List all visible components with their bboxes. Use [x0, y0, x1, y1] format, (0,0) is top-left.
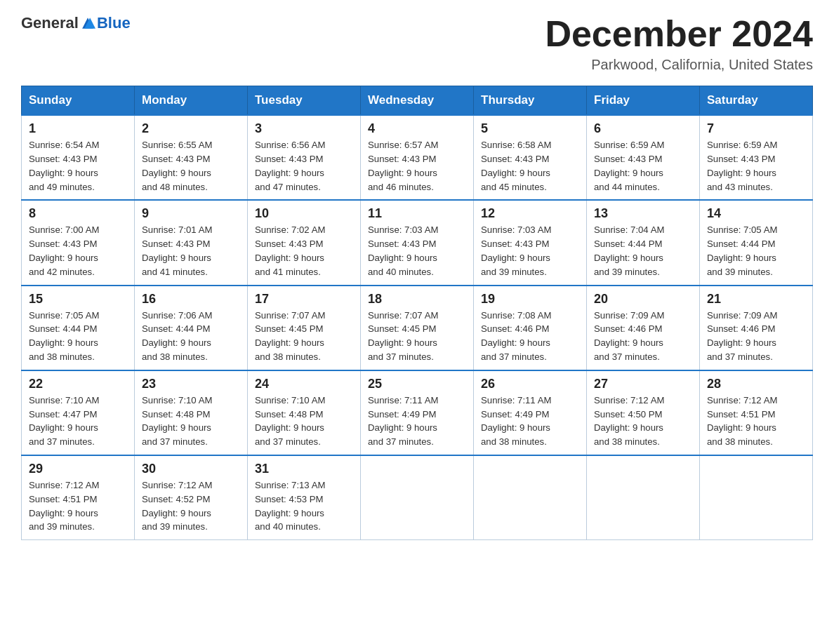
day-number: 27 [594, 377, 692, 391]
day-info: Sunrise: 6:59 AMSunset: 4:43 PMDaylight:… [594, 138, 692, 194]
calendar-cell: 4Sunrise: 6:57 AMSunset: 4:43 PMDaylight… [361, 115, 474, 200]
title-area: December 2024 Parkwood, California, Unit… [545, 14, 813, 73]
day-info: Sunrise: 7:08 AMSunset: 4:46 PMDaylight:… [481, 309, 579, 364]
header-friday: Friday [587, 86, 700, 116]
day-number: 25 [368, 377, 466, 391]
day-info: Sunrise: 7:07 AMSunset: 4:45 PMDaylight:… [368, 309, 466, 364]
day-info: Sunrise: 7:11 AMSunset: 4:49 PMDaylight:… [481, 394, 579, 449]
calendar-cell: 8Sunrise: 7:00 AMSunset: 4:43 PMDaylight… [22, 200, 135, 285]
day-number: 18 [368, 292, 466, 307]
day-info: Sunrise: 7:11 AMSunset: 4:49 PMDaylight:… [368, 394, 466, 449]
day-number: 23 [142, 377, 240, 391]
day-info: Sunrise: 6:57 AMSunset: 4:43 PMDaylight:… [368, 138, 466, 194]
calendar-cell: 25Sunrise: 7:11 AMSunset: 4:49 PMDayligh… [361, 370, 474, 455]
day-info: Sunrise: 7:09 AMSunset: 4:46 PMDaylight:… [707, 309, 805, 364]
calendar-cell: 29Sunrise: 7:12 AMSunset: 4:51 PMDayligh… [22, 455, 135, 540]
calendar-cell: 14Sunrise: 7:05 AMSunset: 4:44 PMDayligh… [700, 200, 813, 285]
day-number: 24 [255, 377, 353, 391]
calendar-cell: 9Sunrise: 7:01 AMSunset: 4:43 PMDaylight… [135, 200, 248, 285]
day-number: 11 [368, 206, 466, 221]
calendar-cell: 19Sunrise: 7:08 AMSunset: 4:46 PMDayligh… [474, 286, 587, 370]
day-number: 26 [481, 377, 579, 391]
day-info: Sunrise: 7:05 AMSunset: 4:44 PMDaylight:… [29, 309, 127, 364]
day-info: Sunrise: 7:12 AMSunset: 4:52 PMDaylight:… [142, 478, 240, 534]
header-sunday: Sunday [22, 86, 135, 116]
day-number: 9 [142, 206, 240, 221]
day-info: Sunrise: 7:12 AMSunset: 4:51 PMDaylight:… [707, 394, 805, 449]
day-number: 10 [255, 206, 353, 221]
day-number: 21 [707, 292, 805, 307]
logo: General Blue [21, 14, 131, 32]
day-info: Sunrise: 7:01 AMSunset: 4:43 PMDaylight:… [142, 223, 240, 279]
day-number: 17 [255, 292, 353, 307]
day-number: 16 [142, 292, 240, 307]
calendar-cell: 20Sunrise: 7:09 AMSunset: 4:46 PMDayligh… [587, 286, 700, 370]
day-number: 19 [481, 292, 579, 307]
day-number: 12 [481, 206, 579, 221]
day-info: Sunrise: 7:13 AMSunset: 4:53 PMDaylight:… [255, 478, 353, 534]
day-info: Sunrise: 7:12 AMSunset: 4:51 PMDaylight:… [29, 478, 127, 534]
day-number: 29 [29, 462, 127, 476]
calendar-cell: 17Sunrise: 7:07 AMSunset: 4:45 PMDayligh… [248, 286, 361, 370]
calendar-cell: 27Sunrise: 7:12 AMSunset: 4:50 PMDayligh… [587, 370, 700, 455]
calendar-cell [361, 455, 474, 540]
calendar-cell: 2Sunrise: 6:55 AMSunset: 4:43 PMDaylight… [135, 115, 248, 200]
calendar-cell: 7Sunrise: 6:59 AMSunset: 4:43 PMDaylight… [700, 115, 813, 200]
day-info: Sunrise: 7:10 AMSunset: 4:48 PMDaylight:… [255, 394, 353, 449]
week-row-3: 15Sunrise: 7:05 AMSunset: 4:44 PMDayligh… [22, 286, 813, 370]
logo-blue: Blue [97, 14, 131, 32]
day-info: Sunrise: 6:56 AMSunset: 4:43 PMDaylight:… [255, 138, 353, 194]
week-row-4: 22Sunrise: 7:10 AMSunset: 4:47 PMDayligh… [22, 370, 813, 455]
day-info: Sunrise: 7:00 AMSunset: 4:43 PMDaylight:… [29, 223, 127, 279]
day-number: 13 [594, 206, 692, 221]
calendar-cell: 30Sunrise: 7:12 AMSunset: 4:52 PMDayligh… [135, 455, 248, 540]
day-info: Sunrise: 6:54 AMSunset: 4:43 PMDaylight:… [29, 138, 127, 194]
calendar-cell: 3Sunrise: 6:56 AMSunset: 4:43 PMDaylight… [248, 115, 361, 200]
day-number: 4 [368, 121, 466, 136]
day-number: 1 [29, 121, 127, 136]
day-number: 22 [29, 377, 127, 391]
week-row-1: 1Sunrise: 6:54 AMSunset: 4:43 PMDaylight… [22, 115, 813, 200]
day-number: 14 [707, 206, 805, 221]
calendar-cell: 15Sunrise: 7:05 AMSunset: 4:44 PMDayligh… [22, 286, 135, 370]
day-number: 15 [29, 292, 127, 307]
week-row-5: 29Sunrise: 7:12 AMSunset: 4:51 PMDayligh… [22, 455, 813, 540]
calendar-cell: 6Sunrise: 6:59 AMSunset: 4:43 PMDaylight… [587, 115, 700, 200]
day-number: 5 [481, 121, 579, 136]
calendar-cell: 16Sunrise: 7:06 AMSunset: 4:44 PMDayligh… [135, 286, 248, 370]
day-info: Sunrise: 6:59 AMSunset: 4:43 PMDaylight:… [707, 138, 805, 194]
logo-general: General [21, 14, 79, 32]
day-info: Sunrise: 6:55 AMSunset: 4:43 PMDaylight:… [142, 138, 240, 194]
calendar-cell: 18Sunrise: 7:07 AMSunset: 4:45 PMDayligh… [361, 286, 474, 370]
calendar-cell: 13Sunrise: 7:04 AMSunset: 4:44 PMDayligh… [587, 200, 700, 285]
header-thursday: Thursday [474, 86, 587, 116]
header-row: SundayMondayTuesdayWednesdayThursdayFrid… [22, 86, 813, 116]
calendar-table: SundayMondayTuesdayWednesdayThursdayFrid… [21, 86, 813, 540]
day-info: Sunrise: 7:10 AMSunset: 4:47 PMDaylight:… [29, 394, 127, 449]
header-tuesday: Tuesday [248, 86, 361, 116]
day-info: Sunrise: 7:09 AMSunset: 4:46 PMDaylight:… [594, 309, 692, 364]
day-number: 3 [255, 121, 353, 136]
day-info: Sunrise: 7:04 AMSunset: 4:44 PMDaylight:… [594, 223, 692, 279]
day-info: Sunrise: 7:05 AMSunset: 4:44 PMDaylight:… [707, 223, 805, 279]
header-saturday: Saturday [700, 86, 813, 116]
header-wednesday: Wednesday [361, 86, 474, 116]
location: Parkwood, California, United States [545, 57, 813, 73]
day-info: Sunrise: 7:03 AMSunset: 4:43 PMDaylight:… [368, 223, 466, 279]
day-info: Sunrise: 7:12 AMSunset: 4:50 PMDaylight:… [594, 394, 692, 449]
day-number: 6 [594, 121, 692, 136]
day-number: 2 [142, 121, 240, 136]
calendar-cell [587, 455, 700, 540]
calendar-cell: 21Sunrise: 7:09 AMSunset: 4:46 PMDayligh… [700, 286, 813, 370]
calendar-cell: 31Sunrise: 7:13 AMSunset: 4:53 PMDayligh… [248, 455, 361, 540]
day-number: 31 [255, 462, 353, 476]
day-number: 28 [707, 377, 805, 391]
calendar-cell: 11Sunrise: 7:03 AMSunset: 4:43 PMDayligh… [361, 200, 474, 285]
page-header: General Blue December 2024 Parkwood, Cal… [21, 14, 813, 73]
day-info: Sunrise: 7:10 AMSunset: 4:48 PMDaylight:… [142, 394, 240, 449]
calendar-cell: 12Sunrise: 7:03 AMSunset: 4:43 PMDayligh… [474, 200, 587, 285]
day-info: Sunrise: 7:07 AMSunset: 4:45 PMDaylight:… [255, 309, 353, 364]
day-info: Sunrise: 7:02 AMSunset: 4:43 PMDaylight:… [255, 223, 353, 279]
day-number: 30 [142, 462, 240, 476]
calendar-cell [700, 455, 813, 540]
